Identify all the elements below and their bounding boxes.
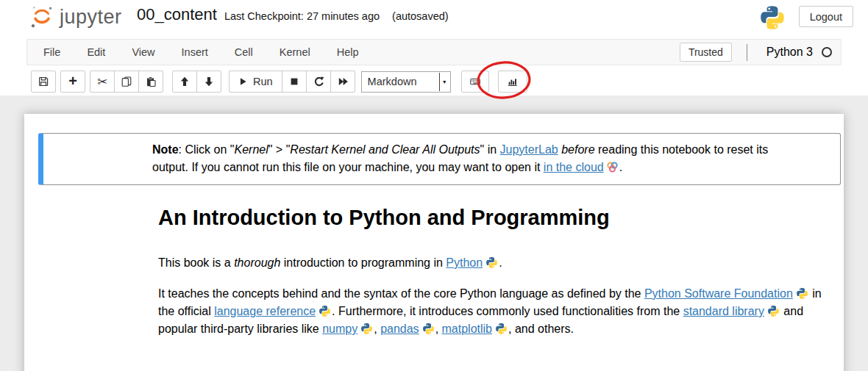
save-icon <box>38 76 49 87</box>
python-logo-icon <box>767 305 780 317</box>
cell-type-dropdown[interactable]: Markdown ▼ <box>361 71 451 93</box>
link-language-reference[interactable]: language reference <box>214 305 316 317</box>
body-text: , and others. <box>508 323 574 335</box>
run-label: Run <box>253 76 273 87</box>
checkpoint-status: Last Checkpoint: 27 minutes ago <box>224 10 380 22</box>
menu-cell[interactable]: Cell <box>221 40 266 64</box>
move-cell-up-button[interactable] <box>172 71 197 93</box>
python-logo-icon <box>360 323 373 335</box>
restart-kernel-button[interactable] <box>306 71 331 93</box>
note-italic: Kernel <box>234 143 268 156</box>
note-text: . <box>619 161 622 173</box>
python-logo-icon <box>759 4 786 31</box>
page-title: An Introduction to Python and Programmin… <box>158 206 826 229</box>
cut-icon: ✂ <box>97 76 107 88</box>
dropdown-arrow-icon: ▼ <box>442 79 447 84</box>
command-palette-button[interactable] <box>461 71 489 93</box>
link-matplotlib[interactable]: matplotlib <box>442 323 492 335</box>
menu-edit[interactable]: Edit <box>74 40 118 64</box>
body-text: . <box>499 256 502 269</box>
body-text: , <box>374 323 380 335</box>
move-cell-down-button[interactable] <box>196 71 221 93</box>
notebook-page: Note: Click on "Kernel" > "Restart Kerne… <box>24 114 844 371</box>
paragraph-details: It teaches the concepts behind and the s… <box>158 285 829 338</box>
interrupt-kernel-button[interactable] <box>282 71 307 93</box>
bar-chart-icon <box>507 76 518 87</box>
body-italic: thorough <box>234 256 280 269</box>
note-text: : Click on " <box>179 143 235 156</box>
body-text: . Furthermore, it introduces commonly us… <box>332 305 683 317</box>
body-text: This book is a <box>158 256 234 269</box>
logout-button[interactable]: Logout <box>799 6 853 27</box>
arrow-up-icon <box>179 76 190 87</box>
menu-insert[interactable]: Insert <box>168 40 221 64</box>
fast-forward-icon <box>338 76 348 87</box>
link-standard-library[interactable]: standard library <box>683 305 764 317</box>
toolbar: + ✂ <box>31 71 527 93</box>
dropdown-arrow-zone: ▼ <box>439 73 449 91</box>
note-callout: Note: Click on "Kernel" > "Restart Kerne… <box>38 133 841 185</box>
note-italic: Restart Kernel and Clear All Outputs <box>290 143 480 156</box>
note-bold: Note <box>152 143 179 156</box>
notebook-title[interactable]: 00_content <box>137 5 217 24</box>
divider <box>747 44 747 61</box>
copy-icon <box>121 76 132 87</box>
link-numpy[interactable]: numpy <box>322 323 357 335</box>
jupyter-logo[interactable]: jupyter <box>29 4 122 29</box>
body-text: introduction to programming in <box>280 256 446 269</box>
copy-button[interactable] <box>114 71 139 93</box>
nbextension-chart-button[interactable] <box>498 71 527 93</box>
titlebar: 00_content Last Checkpoint: 27 minutes a… <box>137 5 449 24</box>
python-logo-icon <box>319 305 331 317</box>
add-cell-icon: + <box>68 73 77 90</box>
note-italic: before <box>561 143 594 156</box>
link-python-software-foundation[interactable]: Python Software Foundation <box>644 287 793 300</box>
jupyter-logo-icon <box>29 4 54 29</box>
link-jupyterlab[interactable]: JupyterLab <box>500 143 558 156</box>
python-logo-icon <box>495 323 508 335</box>
menubar-right: Trusted Python 3 <box>680 43 841 62</box>
menu-kernel[interactable]: Kernel <box>266 40 324 64</box>
jupyter-logo-text: jupyter <box>60 6 122 29</box>
restart-run-all-button[interactable] <box>330 71 355 93</box>
body-text: It teaches the concepts behind and the s… <box>158 287 644 300</box>
cell-type-value: Markdown <box>368 76 417 87</box>
menu-file[interactable]: File <box>30 40 74 64</box>
paste-icon <box>146 76 156 87</box>
restart-icon <box>313 76 324 87</box>
note-text: " > " <box>268 143 291 156</box>
run-button[interactable]: Run <box>229 71 282 93</box>
app-chrome: jupyter 00_content Last Checkpoint: 27 m… <box>0 0 868 96</box>
menubar: File Edit View Insert Cell Kernel Help T… <box>26 39 842 65</box>
add-cell-button[interactable]: + <box>60 71 85 93</box>
paste-button[interactable] <box>138 71 163 93</box>
python-logo-icon <box>422 323 435 335</box>
menu-help[interactable]: Help <box>324 40 372 64</box>
play-icon <box>238 77 247 86</box>
autosave-status: (autosaved) <box>392 10 449 22</box>
stop-icon <box>289 76 299 87</box>
python-logo-icon <box>796 287 808 300</box>
save-button[interactable] <box>31 71 56 93</box>
link-python[interactable]: Python <box>446 256 483 269</box>
arrow-down-icon <box>204 76 214 87</box>
paragraph-intro: This book is a thorough introduction to … <box>158 254 826 272</box>
python-logo-icon <box>485 256 498 269</box>
cut-button[interactable]: ✂ <box>90 71 115 93</box>
note-text: " in <box>480 143 500 156</box>
kernel-name: Python 3 <box>766 46 813 59</box>
link-in-the-cloud[interactable]: in the cloud <box>544 161 604 173</box>
binder-icon <box>606 161 619 173</box>
menu-list: File Edit View Insert Cell Kernel Help <box>30 40 372 64</box>
menu-view[interactable]: View <box>118 40 168 64</box>
link-pandas[interactable]: pandas <box>380 323 419 335</box>
keyboard-icon <box>469 76 481 87</box>
body-text: , <box>435 323 442 335</box>
trusted-badge[interactable]: Trusted <box>680 43 732 62</box>
kernel-idle-icon <box>822 47 832 57</box>
